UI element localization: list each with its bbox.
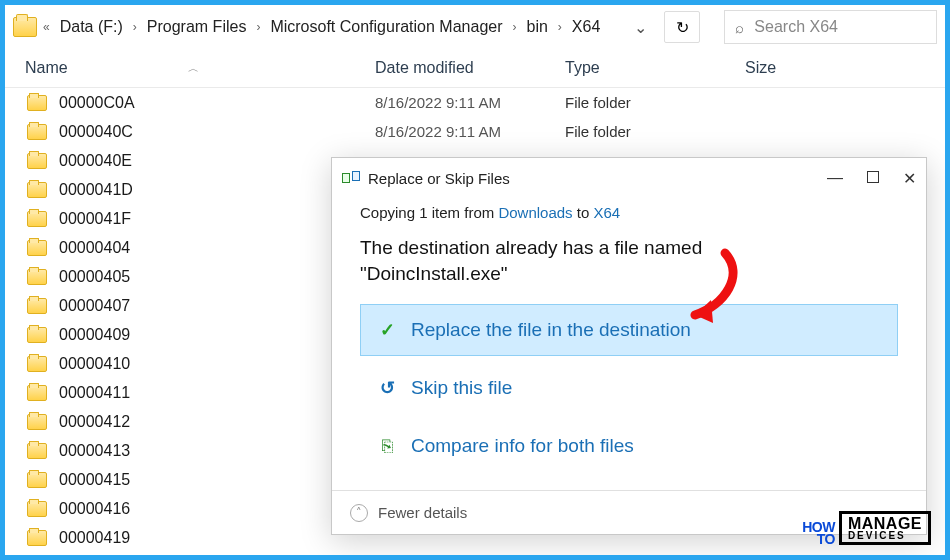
folder-icon: [27, 414, 47, 430]
file-date: 8/16/2022 9:11 AM: [375, 123, 565, 140]
file-date: 8/16/2022 9:11 AM: [375, 94, 565, 111]
file-name: 00000419: [59, 529, 375, 547]
chevron-up-icon[interactable]: ˄: [350, 504, 368, 522]
chevron-left-icon[interactable]: «: [43, 20, 50, 34]
p4-crumb[interactable]: X64: [572, 18, 600, 36]
folder-icon: [27, 182, 47, 198]
file-name: 00000413: [59, 442, 375, 460]
folder-icon: [27, 124, 47, 140]
folder-icon: [27, 211, 47, 227]
chevron-right-icon: ›: [256, 20, 260, 34]
list-item[interactable]: 0000040C8/16/2022 9:11 AMFile folder: [5, 117, 945, 146]
folder-icon: [27, 153, 47, 169]
option-replace-label: Replace the file in the destination: [411, 319, 691, 341]
search-placeholder: Search X64: [754, 18, 838, 36]
option-skip-label: Skip this file: [411, 377, 512, 399]
option-skip[interactable]: ↺ Skip this file: [360, 362, 898, 414]
folder-icon: [27, 95, 47, 111]
history-dropdown-icon[interactable]: ⌄: [626, 13, 654, 41]
wm-to: TO: [817, 531, 835, 547]
folder-icon: [27, 327, 47, 343]
folder-icon: [27, 443, 47, 459]
conflict-message: The destination already has a file named…: [360, 235, 898, 286]
minimize-button[interactable]: —: [827, 169, 843, 188]
watermark-howto: HOW TO: [802, 521, 835, 545]
p1-crumb[interactable]: Program Files: [147, 18, 247, 36]
header-name[interactable]: Name ︿: [25, 59, 375, 77]
header-size[interactable]: Size: [745, 59, 865, 77]
folder-icon: [27, 356, 47, 372]
option-compare-label: Compare info for both files: [411, 435, 634, 457]
watermark-logo: HOW TO MANAGE DEVICES: [802, 511, 931, 545]
options: ✓ Replace the file in the destination ↺ …: [360, 304, 898, 472]
folder-icon: [27, 269, 47, 285]
p2-crumb[interactable]: Microsoft Configuration Manager: [270, 18, 502, 36]
folder-icon: [27, 298, 47, 314]
dialog-title: Replace or Skip Files: [368, 170, 510, 187]
file-name: 00000404: [59, 239, 375, 257]
copy-mid: to: [573, 204, 594, 221]
chevron-right-icon: ›: [133, 20, 137, 34]
breadcrumb: « Data (F:) › Program Files › Microsoft …: [43, 18, 600, 36]
copy-prefix: Copying 1 item from: [360, 204, 498, 221]
search-input[interactable]: ⌕ Search X64: [724, 10, 937, 44]
replace-skip-dialog: Replace or Skip Files — ✕ Copying 1 item…: [331, 157, 927, 535]
refresh-button[interactable]: ↻: [664, 11, 700, 43]
folder-icon: [13, 17, 37, 37]
watermark-manage: MANAGE DEVICES: [839, 511, 931, 545]
chevron-right-icon: ›: [513, 20, 517, 34]
file-type: File folder: [565, 94, 745, 111]
copy-dest-link[interactable]: X64: [593, 204, 620, 221]
check-icon: ✓: [377, 320, 397, 340]
msg-line2: "DoincInstall.exe": [360, 261, 898, 287]
option-compare[interactable]: ⎘ Compare info for both files: [360, 420, 898, 472]
file-name: 00000410: [59, 355, 375, 373]
folder-icon: [27, 472, 47, 488]
list-item[interactable]: 00000C0A8/16/2022 9:11 AMFile folder: [5, 88, 945, 117]
maximize-button[interactable]: [867, 169, 879, 188]
file-name: 0000040E: [59, 152, 375, 170]
file-name: 00000415: [59, 471, 375, 489]
window-controls: — ✕: [827, 169, 916, 188]
file-name: 00000407: [59, 297, 375, 315]
file-name: 00000409: [59, 326, 375, 344]
address-bar: « Data (F:) › Program Files › Microsoft …: [5, 5, 945, 49]
file-name: 00000405: [59, 268, 375, 286]
fewer-details-link[interactable]: Fewer details: [378, 504, 467, 521]
folder-icon: [27, 501, 47, 517]
header-type[interactable]: Type: [565, 59, 745, 77]
folder-icon: [27, 385, 47, 401]
file-name: 00000416: [59, 500, 375, 518]
file-name: 0000041D: [59, 181, 375, 199]
dialog-body: Copying 1 item from Downloads to X64 The…: [332, 198, 926, 472]
file-name: 00000411: [59, 384, 375, 402]
file-name: 00000412: [59, 413, 375, 431]
file-type: File folder: [565, 123, 745, 140]
folder-icon: [27, 530, 47, 546]
file-name: 0000040C: [59, 123, 375, 141]
root-crumb[interactable]: Data (F:): [60, 18, 123, 36]
close-button[interactable]: ✕: [903, 169, 916, 188]
sort-asc-icon: ︿: [188, 61, 199, 76]
copy-source-link[interactable]: Downloads: [498, 204, 572, 221]
copy-status: Copying 1 item from Downloads to X64: [360, 204, 898, 221]
header-name-label: Name: [25, 59, 68, 77]
msg-line1: The destination already has a file named: [360, 235, 898, 261]
folder-icon: [27, 240, 47, 256]
search-icon: ⌕: [735, 19, 744, 36]
dialog-titlebar: Replace or Skip Files — ✕: [332, 158, 926, 198]
file-name: 00000C0A: [59, 94, 375, 112]
compare-icon: ⎘: [377, 436, 397, 456]
file-name: 0000041F: [59, 210, 375, 228]
undo-icon: ↺: [377, 378, 397, 398]
copy-operation-icon: [342, 171, 360, 185]
explorer-window: « Data (F:) › Program Files › Microsoft …: [0, 0, 950, 560]
chevron-right-icon: ›: [558, 20, 562, 34]
header-date[interactable]: Date modified: [375, 59, 565, 77]
option-replace[interactable]: ✓ Replace the file in the destination: [360, 304, 898, 356]
p3-crumb[interactable]: bin: [527, 18, 548, 36]
column-headers: Name ︿ Date modified Type Size: [5, 49, 945, 88]
